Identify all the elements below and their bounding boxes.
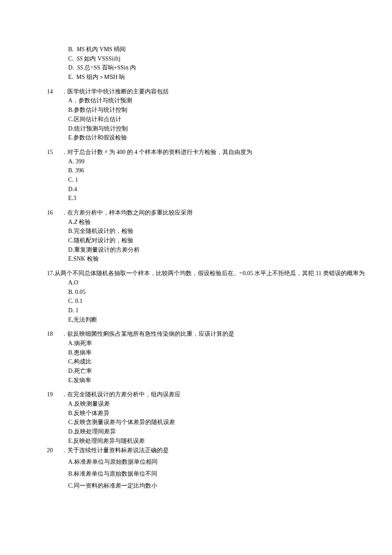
option-text: 反映含测量误差与个体差异的随机误差 <box>74 419 175 425</box>
option-label: B <box>68 471 72 477</box>
option: D.4 <box>68 185 366 194</box>
option-label: D <box>68 428 72 435</box>
option-text: 1 <box>75 177 78 183</box>
option-label: A <box>68 459 72 465</box>
question-stem: 14．医学统计学中统计推断的主要内容包括 <box>47 87 366 96</box>
option-text: 统计预测与统计控制 <box>74 125 128 132</box>
pre-option: E. MS 组内＞MSH 响 <box>68 73 366 82</box>
option-label: C. <box>68 177 74 183</box>
option-label: A <box>68 219 72 225</box>
option-label: D <box>68 368 72 374</box>
option-text: 396 <box>75 167 84 174</box>
option-label: C <box>68 482 72 489</box>
question-stem: 18．欲反映细菌性痢疾占某地所有急性传染病的比重，应该计算的是 <box>47 329 366 339</box>
option-label: A <box>68 401 72 407</box>
option-label: A. <box>68 158 74 165</box>
option: B. 396 <box>68 166 366 175</box>
option-text: 病死率 <box>74 340 92 346</box>
option: A.Z 检验 <box>68 218 366 227</box>
option-label: A <box>68 279 72 286</box>
option-label: E <box>68 256 72 262</box>
option-label: C <box>68 237 72 244</box>
question-stem: 19．在完全随机设计的方差分析中，组内误差应 <box>47 390 366 399</box>
option-label: B. <box>68 289 74 295</box>
option-text: 参数估计和假设检验 <box>73 134 127 141</box>
option-label: C <box>68 116 72 122</box>
question-stem: 17.从两个不同总体随机各抽取一个样本，比较两个均数，假设检验后在。=0.05 … <box>47 269 366 278</box>
option-label: D <box>68 125 72 132</box>
question-text: ．在方差分析中，样本均数之间的多重比较应采用 <box>61 208 193 218</box>
option-label: B. <box>68 46 74 52</box>
option: C.反映含测量误差与个体差异的随机误差 <box>68 418 366 427</box>
pre-option: B. MS 机内 VMS 绢间 <box>68 45 366 54</box>
option-text: SNK 检验 <box>73 256 99 262</box>
question-number: 15 <box>47 148 61 157</box>
question: 20．关于连续性计量资料标差说法正确的是A.标准差单位与原始数据单位相同B.标准… <box>47 446 366 491</box>
option-label: C <box>68 358 72 365</box>
question-text: ．对于总合计数〃为 400 的 4 个样本率的资料进行卡方检验，其自由度为 <box>61 148 252 157</box>
option-label: C. <box>68 55 74 62</box>
question: 18．欲反映细菌性痢疾占某地所有急性传染病的比重，应该计算的是A.病死率B.患病… <box>47 329 366 385</box>
option-text: 患病率 <box>74 349 92 356</box>
option-label: D. <box>68 64 74 71</box>
option: B. 0.05 <box>68 288 366 297</box>
option: C.同一资料的标准差一定比均数小 <box>68 481 366 491</box>
option-text: 参数估计与统计预测 <box>78 97 132 104</box>
pre-options-block: B. MS 机内 VMS 绢间C. SS 如内 VSSSiiftjD. SS 总… <box>47 45 366 82</box>
option-text: 无法判断 <box>73 317 97 323</box>
option: A.反映测量误差 <box>68 399 366 409</box>
option: D. 1 <box>68 306 366 315</box>
option-label: E <box>68 438 72 444</box>
option: E,无法判断 <box>68 315 366 325</box>
option-text: 反映个体差异 <box>74 410 110 416</box>
option: B.反映个体差异 <box>68 409 366 418</box>
option: C. 1 <box>68 175 366 185</box>
option: E.3 <box>68 194 366 203</box>
option: D.死亡率 <box>68 366 366 376</box>
option-label: B <box>68 228 72 234</box>
option-label: B. <box>68 167 74 174</box>
question-text: ．医学统计学中统计推断的主要内容包括 <box>61 87 169 96</box>
option-text: 构成比 <box>74 358 92 365</box>
pre-option: D. SS 总=SS 百响+SSin 内 <box>68 63 366 73</box>
option-label: E <box>68 377 72 384</box>
option-label: E <box>68 195 72 201</box>
option-text: 死亡率 <box>74 368 92 374</box>
option: E.发病率 <box>68 376 366 385</box>
question-number: 19 <box>47 390 61 399</box>
option-text: 标准差单位与原始数据单位不同 <box>74 471 157 477</box>
question: 15．对于总合计数〃为 400 的 4 个样本率的资料进行卡方检验，其自由度为A… <box>47 148 366 203</box>
option-label: A <box>68 97 72 104</box>
option-text: 完全随机设计的，检验 <box>74 228 133 234</box>
option-label: D. <box>68 307 74 314</box>
option-label: D <box>68 247 72 253</box>
question: 19．在完全随机设计的方差分析中，组内误差应A.反映测量误差B.反映个体差异C.… <box>47 390 366 445</box>
option-label: E <box>68 317 72 323</box>
question: 17.从两个不同总体随机各抽取一个样本，比较两个均数，假设检验后在。=0.05 … <box>47 269 366 324</box>
option: A. 399 <box>68 157 366 166</box>
question-number: 16 <box>47 208 61 218</box>
option-label: C <box>68 419 72 425</box>
option: A.O <box>68 278 366 288</box>
document-body: B. MS 机内 VMS 绢间C. SS 如内 VSSSiiftjD. SS 总… <box>47 45 366 490</box>
questions-container: 14．医学统计学中统计推断的主要内容包括A，参数估计与统计预测B.参数估计与统计… <box>47 87 366 491</box>
option-label: E <box>68 134 72 141</box>
option: D.反映处理间差异 <box>68 427 366 436</box>
option-text: 反映测量误差 <box>74 401 110 407</box>
option-text: 反映处理间差异 <box>74 428 116 435</box>
option-text: 重复测量设计的方差分析 <box>74 247 140 253</box>
option: B.标准差单位与原始数据单位不同 <box>68 469 366 479</box>
option: C. 0.1 <box>68 296 366 306</box>
question: 16．在方差分析中，样本均数之间的多重比较应采用A.Z 检验B.完全随机设计的，… <box>47 208 366 264</box>
option-text: 399 <box>75 158 84 165</box>
option-label: A <box>68 340 72 346</box>
question-text: ．在完全随机设计的方差分析中，组内误差应 <box>61 390 181 399</box>
question-number: 14 <box>47 87 61 96</box>
pre-option: C. SS 如内 VSSSiiftj <box>68 54 366 64</box>
option: C.随机配对设计的，检验 <box>68 236 366 245</box>
question: 14．医学统计学中统计推断的主要内容包括A，参数估计与统计预测B.参数估计与统计… <box>47 87 366 142</box>
question-stem: 16．在方差分析中，样本均数之间的多重比较应采用 <box>47 208 366 218</box>
option-label: B <box>68 349 72 356</box>
option-text: 随机配对设计的，检验 <box>74 237 133 244</box>
option-text: 区间估计和点估计 <box>74 116 121 122</box>
